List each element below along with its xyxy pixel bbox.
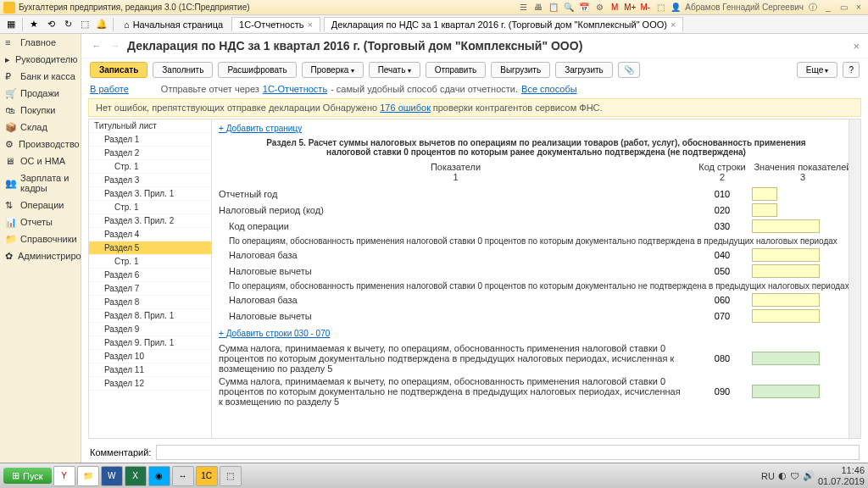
taskbar-app[interactable]: ⬚ (220, 466, 242, 486)
history-icon[interactable]: ⟲ (43, 17, 58, 32)
nav-salary[interactable]: 👥Зарплата и кадры (0, 169, 81, 197)
more-button[interactable]: Еще (797, 62, 838, 78)
status-link-1c[interactable]: 1С-Отчетность (263, 84, 327, 94)
attach-button[interactable]: 📎 (618, 62, 640, 78)
field-070[interactable] (752, 309, 820, 323)
section-item[interactable]: Раздел 8 (89, 296, 211, 309)
section-item[interactable]: Раздел 4 (89, 228, 211, 241)
tb-icon[interactable]: ⚙ (593, 2, 605, 14)
nav-stock[interactable]: 📦Склад (0, 119, 81, 136)
bell-icon[interactable]: 🔔 (94, 17, 109, 32)
section-item[interactable]: Раздел 6 (89, 269, 211, 282)
tb-icon[interactable]: ⬚ (654, 2, 666, 14)
section-item[interactable]: Стр. 1 (89, 255, 211, 269)
section-item[interactable]: Раздел 3. Прил. 2 (89, 214, 211, 228)
tab-declaration[interactable]: Декларация по НДС за 1 квартал 2016 г. (… (324, 17, 684, 31)
window-icon[interactable]: ⬚ (77, 17, 92, 32)
nav-production[interactable]: ⚙Производство (0, 136, 81, 152)
minimize-icon[interactable]: _ (822, 2, 834, 14)
decode-button[interactable]: Расшифровать (218, 62, 296, 78)
send-button[interactable]: Отправить (426, 62, 487, 78)
field-030[interactable] (752, 219, 820, 233)
nav-reports[interactable]: 📊Отчеты (0, 214, 81, 230)
info-icon[interactable]: ⓘ (807, 2, 819, 14)
clock[interactable]: 11:46 01.07.2019 (818, 465, 865, 485)
field-090[interactable] (752, 385, 820, 398)
section-item[interactable]: Стр. 1 (89, 201, 211, 214)
section-item[interactable]: Раздел 2 (89, 147, 211, 160)
tray-icon[interactable]: ◐ (778, 470, 787, 481)
start-button[interactable]: ⊞Пуск (3, 468, 52, 484)
section-item[interactable]: Раздел 8. Прил. 1 (89, 309, 211, 323)
back-icon[interactable]: ← (90, 39, 103, 53)
status-inwork-link[interactable]: В работе (90, 84, 129, 94)
tab-close-icon[interactable]: × (670, 19, 676, 30)
comment-input[interactable] (156, 445, 860, 460)
nav-manager[interactable]: ▸Руководителю (0, 51, 81, 68)
field-050[interactable] (752, 264, 820, 278)
taskbar-excel[interactable]: X (125, 466, 147, 486)
user-icon[interactable]: 👤 (670, 2, 682, 14)
nav-directories[interactable]: 📁Справочники (0, 230, 81, 247)
taskbar-word[interactable]: W (101, 466, 123, 486)
field-040[interactable] (752, 248, 820, 262)
taskbar-app[interactable]: 📁 (77, 466, 99, 486)
add-page-link[interactable]: Добавить страницу (219, 124, 302, 133)
section-item[interactable]: Титульный лист (89, 119, 211, 133)
taskbar-1c[interactable]: 1C (196, 466, 218, 486)
field-080[interactable] (752, 352, 820, 365)
unload-button[interactable]: Выгрузить (491, 62, 550, 78)
tb-icon[interactable]: 📅 (578, 2, 590, 14)
taskbar-app[interactable]: ↔ (172, 466, 194, 486)
tab-close-icon[interactable]: × (307, 19, 312, 30)
record-button[interactable]: Записать (90, 62, 147, 78)
taskbar-app[interactable]: ◉ (148, 466, 170, 486)
tb-m[interactable]: M- (639, 2, 651, 14)
forward-icon[interactable]: → (108, 39, 122, 53)
section-item[interactable]: Раздел 7 (89, 282, 211, 296)
section-item[interactable]: Раздел 5 (89, 241, 211, 255)
tb-m[interactable]: M (609, 2, 620, 14)
section-item[interactable]: Раздел 10 (89, 350, 211, 363)
tray-icon[interactable]: 🛡 (790, 471, 799, 481)
taskbar-app[interactable]: Y (53, 466, 75, 486)
apps-grid-icon[interactable]: ▦ (3, 17, 19, 32)
add-lines-link[interactable]: Добавить строки 030 - 070 (219, 329, 330, 338)
nav-main[interactable]: ≡Главное (0, 34, 81, 51)
close-icon[interactable]: × (853, 2, 865, 14)
field-060[interactable] (752, 293, 820, 307)
field-010[interactable] (752, 187, 777, 201)
lang-indicator[interactable]: RU (761, 471, 775, 481)
section-item[interactable]: Раздел 3. Прил. 1 (89, 187, 211, 201)
nav-purchases[interactable]: 🛍Покупки (0, 102, 81, 119)
tb-icon[interactable]: 🖶 (532, 2, 544, 14)
home-tab[interactable]: ⌂ Начальная страница (117, 19, 230, 30)
tray-icon[interactable]: 🔊 (803, 470, 815, 481)
tb-icon[interactable]: ☰ (517, 2, 529, 14)
section-item[interactable]: Раздел 1 (89, 133, 211, 147)
fill-button[interactable]: Заполнить (153, 62, 213, 78)
section-item[interactable]: Раздел 3 (89, 174, 211, 187)
section-item[interactable]: Раздел 12 (89, 377, 211, 391)
nav-sales[interactable]: 🛒Продажи (0, 85, 81, 102)
maximize-icon[interactable]: ▭ (837, 2, 849, 14)
nav-os-nma[interactable]: 🖥ОС и НМА (0, 152, 81, 169)
star-icon[interactable]: ★ (26, 17, 42, 32)
tb-m[interactable]: M+ (624, 2, 636, 14)
section-item[interactable]: Раздел 9 (89, 323, 211, 336)
status-link-all[interactable]: Все способы (521, 84, 577, 94)
tb-icon[interactable]: 🔍 (563, 2, 575, 14)
scrollbar[interactable] (849, 119, 860, 438)
check-button[interactable]: Проверка (302, 62, 364, 78)
page-close-icon[interactable]: × (853, 40, 860, 53)
nav-operations[interactable]: ⇅Операции (0, 197, 81, 214)
section-item[interactable]: Стр. 1 (89, 160, 211, 174)
refresh-icon[interactable]: ↻ (60, 17, 75, 32)
print-button[interactable]: Печать (369, 62, 420, 78)
load-button[interactable]: Загрузить (555, 62, 613, 78)
field-020[interactable] (752, 203, 777, 217)
tb-icon[interactable]: 📋 (548, 2, 559, 14)
nav-admin[interactable]: ✿Администрирование (0, 247, 81, 264)
tab-1c-reporting[interactable]: 1С-Отчетность × (231, 17, 320, 31)
section-item[interactable]: Раздел 9. Прил. 1 (89, 336, 211, 350)
